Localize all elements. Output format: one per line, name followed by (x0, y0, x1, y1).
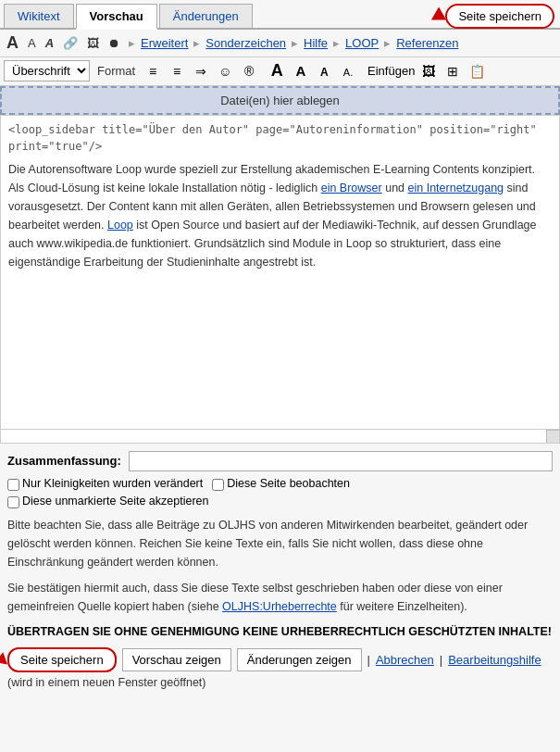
oljhs-link[interactable]: OLJHS:Urheberrechte (222, 600, 337, 613)
separator5: ▸ (384, 36, 391, 50)
save-top-button[interactable]: Seite speichern (445, 4, 554, 29)
below-editor: Zusammenfassung: Nur Kleinigkeiten wurde… (0, 444, 560, 694)
preview-button[interactable]: Vorschau zeigen (122, 648, 231, 671)
link-btn[interactable]: 🔗 (60, 35, 81, 51)
editor-paragraph-1: Die Autorensoftware Loop wurde speziell … (8, 160, 552, 271)
referenzen-link[interactable]: Referenzen (396, 36, 458, 50)
checkbox-minor-label: Nur Kleinigkeiten wurden verändert (22, 477, 203, 490)
insert-extra-btn[interactable]: 📋 (467, 61, 487, 81)
indent-btn[interactable]: ⇒ (191, 61, 211, 81)
tab-vorschau[interactable]: Vorschau (76, 4, 157, 30)
insert-image-btn[interactable]: 🖼 (418, 61, 439, 81)
editor-resize-handle (0, 430, 560, 444)
erweitert-link[interactable]: Erweitert (141, 36, 188, 50)
checkbox-accept[interactable] (7, 496, 19, 508)
font-bigger-btn[interactable]: A (267, 60, 287, 81)
einfuegen-label: Einfügen (367, 64, 415, 78)
format-btn[interactable]: Format (93, 63, 139, 79)
help-button[interactable]: Bearbeitungshilfe (448, 653, 541, 667)
cancel-button[interactable]: Abbrechen (376, 653, 434, 667)
editor-code-line: <loop_sidebar title="Über den Autor" pag… (8, 121, 552, 155)
bottom-buttons: Seite speichern Vorschau zeigen Änderung… (7, 647, 553, 672)
new-window-note: (wird in einem neuen Fenster geöffnet) (7, 676, 553, 689)
checkboxes-row: Nur Kleinigkeiten wurden verändert Diese… (7, 477, 553, 508)
font-small-btn[interactable]: A (25, 35, 39, 51)
separator1: ▸ (129, 36, 135, 50)
tab-wikitext[interactable]: Wikitext (4, 4, 74, 28)
pipe-sep-1: | (367, 653, 370, 667)
font-size-controls: A A A A. (267, 60, 358, 82)
info-text-1: Bitte beachten Sie, dass alle Beiträge z… (7, 516, 553, 571)
checkbox-minor-item: Nur Kleinigkeiten wurden verändert (7, 477, 203, 491)
image-btn[interactable]: 🖼 (84, 35, 102, 51)
font-smallest-btn[interactable]: A. (338, 62, 358, 82)
summary-label: Zusammenfassung: (7, 454, 121, 468)
checkbox-minor[interactable] (7, 479, 19, 491)
smiley-btn[interactable]: ☺ (215, 61, 235, 81)
insert-table-btn[interactable]: ⊞ (442, 61, 463, 81)
summary-input[interactable] (129, 451, 553, 471)
changes-button[interactable]: Änderungen zeigen (237, 648, 362, 671)
italic-btn[interactable]: A (43, 35, 56, 51)
media-btn[interactable]: ⏺ (106, 35, 123, 51)
checkbox-watch-item: Diese Seite beobachten (212, 477, 350, 491)
toolbar-row1: A A A 🔗 🖼 ⏺ ▸ Erweitert ▸ Sonderzeichen … (0, 30, 560, 57)
checkbox-watch[interactable] (212, 479, 224, 491)
font-smaller-btn[interactable]: A (314, 62, 334, 82)
drop-zone[interactable]: Datei(en) hier ablegen (0, 86, 560, 115)
info-text-2: Sie bestätigen hiermit auch, dass Sie di… (7, 579, 553, 616)
separator4: ▸ (333, 36, 340, 50)
summary-row: Zusammenfassung: (7, 451, 553, 471)
hilfe-link[interactable]: Hilfe (304, 36, 328, 50)
list-unordered-btn[interactable]: ≡ (143, 61, 163, 81)
checkbox-accept-item: Diese unmarkierte Seite akzeptieren (7, 495, 209, 508)
editor-text: Die Autorensoftware Loop wurde speziell … (8, 160, 552, 271)
save-bottom-button[interactable]: Seite speichern (7, 647, 117, 672)
sonderzeichen-link[interactable]: Sonderzeichen (205, 36, 286, 50)
font-medium-btn[interactable]: A (291, 60, 311, 81)
toolbar-row2: Überschrift Format ≡ ≡ ⇒ ☺ ® A A A A. Ei… (0, 57, 560, 86)
ref-btn[interactable]: ® (239, 61, 259, 81)
resize-grip[interactable] (546, 430, 559, 443)
checkbox-accept-label: Diese unmarkierte Seite akzeptieren (22, 495, 209, 508)
list-ordered-btn[interactable]: ≡ (167, 61, 187, 81)
checkbox-watch-label: Diese Seite beobachten (227, 477, 350, 490)
tab-bar: Wikitext Vorschau Änderungen Seite speic… (0, 0, 560, 30)
loop-link[interactable]: LOOP (345, 36, 379, 50)
info2-after: für weitere Einzelheiten). (340, 600, 467, 613)
heading-select[interactable]: Überschrift (4, 60, 90, 81)
separator3: ▸ (292, 36, 298, 50)
bold-warning: ÜBERTRAGEN SIE OHNE GENEHMIGUNG KEINE UR… (7, 623, 553, 641)
editor-content[interactable]: <loop_sidebar title="Über den Autor" pag… (0, 115, 560, 430)
separator2: ▸ (193, 36, 200, 50)
tab-aenderungen[interactable]: Änderungen (159, 4, 253, 28)
pipe-sep-2: | (440, 653, 442, 667)
font-large-btn[interactable]: A (4, 32, 21, 54)
